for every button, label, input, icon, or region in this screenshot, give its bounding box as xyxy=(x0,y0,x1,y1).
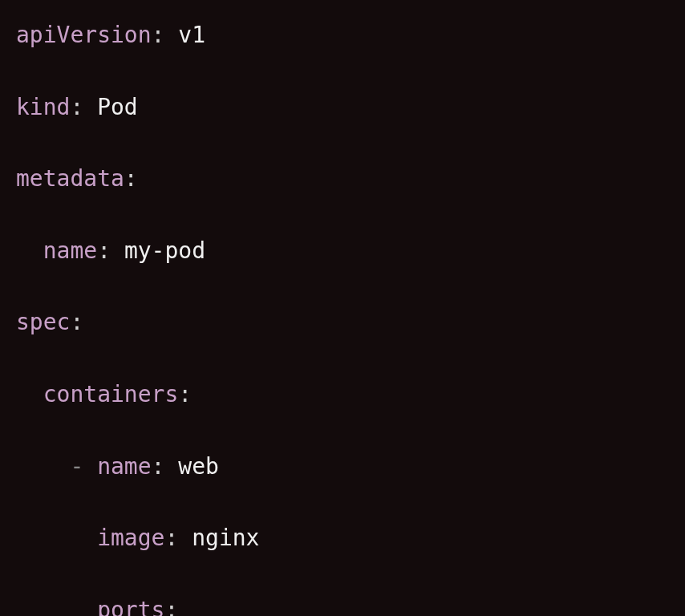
yaml-key: spec xyxy=(16,309,70,335)
colon: : xyxy=(97,237,111,264)
yaml-key: name xyxy=(43,237,97,264)
colon: : xyxy=(152,22,165,48)
yaml-key: apiVersion xyxy=(16,22,152,48)
line-spec: spec: xyxy=(16,305,669,341)
dash: - xyxy=(70,453,83,480)
colon: : xyxy=(178,381,192,407)
yaml-value: web xyxy=(178,453,219,480)
yaml-key: containers xyxy=(43,381,179,407)
yaml-value: nginx xyxy=(192,525,259,551)
yaml-value: Pod xyxy=(97,94,138,120)
yaml-key: ports xyxy=(97,597,164,616)
line-containers: containers: xyxy=(16,377,669,413)
line-container-name: - name: web xyxy=(16,449,669,485)
yaml-key: metadata xyxy=(16,165,124,192)
yaml-key: name xyxy=(97,453,151,480)
colon: : xyxy=(152,453,165,480)
line-kind: kind: Pod xyxy=(16,90,669,126)
line-ports: ports: xyxy=(16,593,669,616)
colon: : xyxy=(164,597,178,616)
colon: : xyxy=(70,94,83,120)
yaml-value: my-pod xyxy=(124,237,205,264)
colon: : xyxy=(124,165,138,192)
colon: : xyxy=(70,309,83,335)
line-apiversion: apiVersion: v1 xyxy=(16,18,669,54)
yaml-value: v1 xyxy=(178,22,205,48)
line-metadata-name: name: my-pod xyxy=(16,233,669,270)
line-metadata: metadata: xyxy=(16,161,669,197)
line-image: image: nginx xyxy=(16,521,669,557)
yaml-code-block: apiVersion: v1 kind: Pod metadata: name:… xyxy=(16,18,669,616)
colon: : xyxy=(164,525,178,551)
yaml-key: image xyxy=(97,525,164,551)
yaml-key: kind xyxy=(16,94,70,120)
